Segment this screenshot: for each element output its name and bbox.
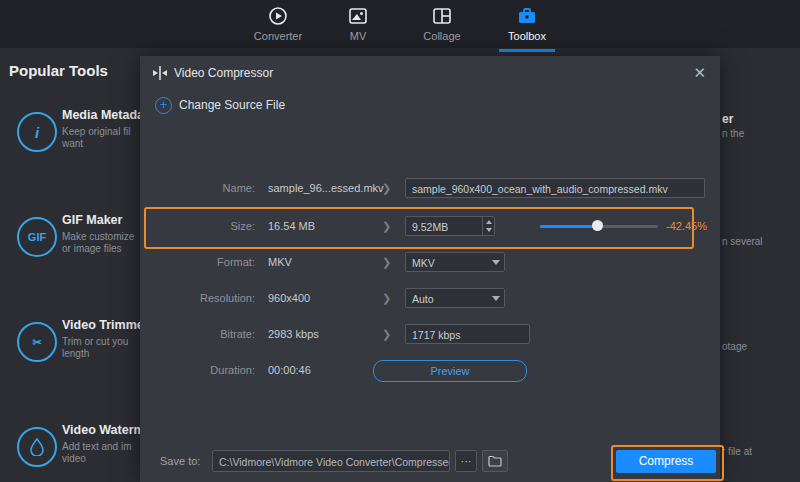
slider-handle[interactable] [592,220,603,231]
dialog-title: Video Compressor [174,66,273,80]
covered-card-text: otage [722,341,747,352]
tab-toolbox[interactable]: Toolbox [492,4,562,48]
tab-converter-label: Converter [243,30,313,42]
covered-card-text: n the [722,128,744,139]
save-path-input[interactable]: C:\Vidmore\Vidmore Video Converter\Compr… [212,450,450,472]
chevron-right-icon: ❯ [382,256,391,269]
resolution-current-value: 960x400 [268,292,310,304]
app-window: Converter MV Collage Toolbox Popular Too… [0,0,800,482]
active-tab-indicator [499,49,555,52]
format-label: Format: [150,256,255,268]
spinner-down-icon[interactable] [486,228,492,232]
water-drop-icon [17,427,57,467]
tab-toolbox-label: Toolbox [492,30,562,42]
chevron-right-icon: ❯ [382,220,391,233]
covered-card-text: r file at [722,446,752,457]
bitrate-input[interactable]: 1717 kbps [405,324,530,344]
bitrate-current-value: 2983 kbps [268,328,319,340]
dropdown-caret-icon [492,296,500,301]
gif-icon: GIF [17,217,57,257]
converter-icon [243,6,313,28]
video-compressor-dialog: Video Compressor ✕ + Change Source File … [140,56,720,482]
compress-button[interactable]: Compress [616,450,716,473]
size-label: Size: [150,220,255,232]
popular-tools-heading: Popular Tools [9,62,108,79]
size-slider[interactable] [540,216,658,236]
duration-value: 00:00:46 [268,364,311,376]
toolbox-icon [492,6,562,28]
close-icon[interactable]: ✕ [689,62,710,84]
resolution-dropdown[interactable]: Auto [405,288,505,308]
scissors-icon: ✂ [17,322,57,362]
covered-card-text: er [722,112,733,126]
size-current-value: 16.54 MB [268,220,315,232]
plus-circle-icon: + [155,97,172,114]
info-icon: i [17,112,57,152]
bitrate-label: Bitrate: [150,328,255,340]
slider-fill [540,225,597,228]
duration-label: Duration: [150,364,255,376]
folder-icon [488,455,502,467]
chevron-right-icon: ❯ [382,182,391,195]
open-folder-button[interactable] [482,450,508,472]
save-to-label: Save to: [160,455,200,467]
dropdown-caret-icon [492,260,500,265]
spinner-up-icon[interactable] [486,220,492,224]
mv-icon [323,6,393,28]
preview-button[interactable]: Preview [373,360,527,382]
name-current-value: sample_96...essed.mkv [268,182,384,194]
chevron-right-icon: ❯ [382,328,391,341]
format-dropdown[interactable]: MKV [405,252,505,272]
tab-converter[interactable]: Converter [243,4,313,48]
chevron-right-icon: ❯ [382,292,391,305]
video-compressor-icon [152,65,168,85]
name-input[interactable]: sample_960x400_ocean_with_audio_compress… [405,178,705,198]
resolution-label: Resolution: [150,292,255,304]
format-current-value: MKV [268,256,292,268]
covered-card-text: n several [722,236,763,247]
tab-collage[interactable]: Collage [407,4,477,48]
tab-collage-label: Collage [407,30,477,42]
browse-more-button[interactable]: ··· [455,450,477,472]
top-navigation-bar: Converter MV Collage Toolbox [0,0,800,48]
size-reduction-percent: -42.45% [666,220,707,232]
size-spinner[interactable] [482,217,496,235]
collage-icon [407,6,477,28]
tab-mv[interactable]: MV [323,4,393,48]
tab-mv-label: MV [323,30,393,42]
name-label: Name: [150,182,255,194]
